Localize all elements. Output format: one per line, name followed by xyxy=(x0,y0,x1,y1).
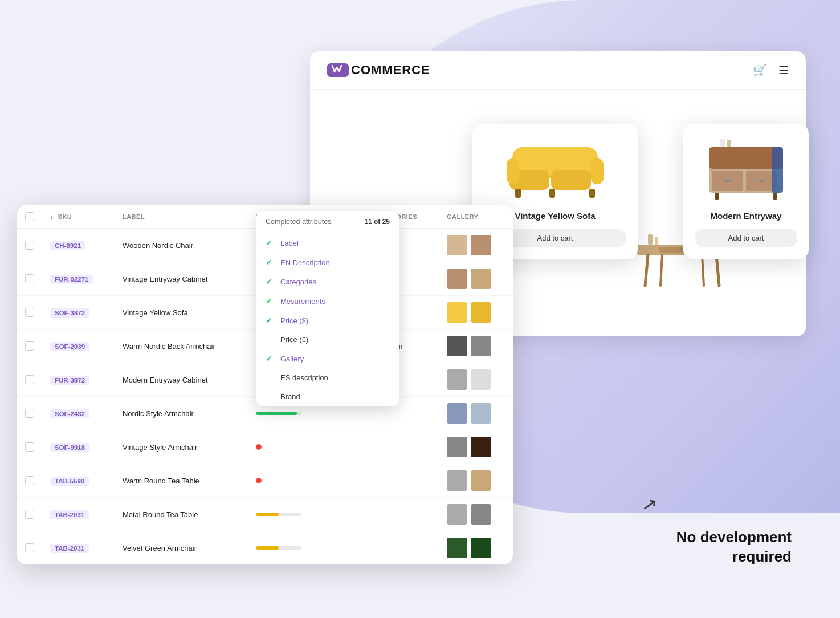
arrow-icon: ↗ xyxy=(641,493,659,517)
row-checkbox-cell xyxy=(17,430,42,464)
status-dot xyxy=(256,444,262,450)
row-gallery xyxy=(439,296,513,330)
gallery-thumb-2 xyxy=(471,336,491,356)
row-gallery xyxy=(439,397,513,430)
progress-bar-fill xyxy=(256,513,279,516)
gallery-thumb-1 xyxy=(447,538,467,558)
gallery-cell xyxy=(447,538,505,558)
row-checkbox[interactable] xyxy=(25,341,34,351)
entryway-add-cart-button[interactable]: Add to cart xyxy=(695,229,797,247)
row-sku: SOF-2432 xyxy=(42,397,115,430)
row-checkbox[interactable] xyxy=(25,510,34,519)
gallery-thumb-2 xyxy=(471,235,491,255)
sku-badge[interactable]: SOF-9918 xyxy=(50,443,89,452)
gallery-cell xyxy=(447,235,505,255)
tooltip-popup: Completed attributes 11 of 25 ✓ Label ✓ … xyxy=(256,211,399,406)
row-checkbox-cell xyxy=(17,330,42,363)
row-sku: FUR-3872 xyxy=(42,363,115,397)
sku-badge[interactable]: FUR-02271 xyxy=(50,275,93,284)
sku-badge[interactable]: SOF-2432 xyxy=(50,409,89,418)
gallery-cell xyxy=(447,269,505,289)
tooltip-item-label: Gallery xyxy=(280,355,304,363)
gallery-thumb-2 xyxy=(471,403,491,424)
progress-bar-wrap xyxy=(256,412,357,415)
row-progress xyxy=(248,531,365,565)
row-checkbox[interactable] xyxy=(25,409,34,418)
header-sku: ↓ SKU xyxy=(42,205,115,229)
check-icon: ✓ xyxy=(266,277,275,286)
row-gallery xyxy=(439,262,513,296)
row-checkbox-cell xyxy=(17,464,42,498)
row-checkbox[interactable] xyxy=(25,241,34,250)
gallery-cell xyxy=(447,302,505,323)
select-all-checkbox[interactable] xyxy=(25,212,34,221)
svg-rect-9 xyxy=(648,234,653,245)
header-gallery: GALLERY xyxy=(439,205,513,229)
tooltip-item: ✓ Categories xyxy=(256,272,399,291)
sort-icon: ↓ xyxy=(50,213,54,220)
row-progress xyxy=(248,430,365,464)
sku-badge[interactable]: SOF-3872 xyxy=(50,308,89,318)
row-checkbox-cell xyxy=(17,229,42,262)
row-checkbox[interactable] xyxy=(25,442,34,452)
entryway-image xyxy=(700,136,792,204)
row-checkbox[interactable] xyxy=(25,375,34,384)
tooltip-item: Price (€) xyxy=(256,330,399,349)
menu-icon[interactable]: ☰ xyxy=(778,63,789,77)
svg-line-12 xyxy=(716,255,719,286)
svg-rect-31 xyxy=(772,147,783,193)
gallery-thumb-1 xyxy=(447,269,467,289)
cart-icon[interactable]: 🛒 xyxy=(753,63,767,77)
check-icon: ✓ xyxy=(266,296,275,306)
progress-bar-fill xyxy=(256,412,297,415)
woo-header-icons: 🛒 ☰ xyxy=(753,63,789,77)
gallery-thumb-1 xyxy=(447,302,467,323)
row-sku: TAB-2031 xyxy=(42,498,115,531)
row-checkbox-cell xyxy=(17,531,42,565)
row-category xyxy=(365,464,439,498)
sku-badge[interactable]: TAB-2031 xyxy=(50,544,89,553)
row-checkbox[interactable] xyxy=(25,543,34,552)
check-icon: ✓ xyxy=(266,238,275,247)
svg-rect-20 xyxy=(515,189,521,198)
gallery-thumb-2 xyxy=(471,504,491,525)
sku-badge[interactable]: FUR-3872 xyxy=(50,376,89,385)
sku-badge[interactable]: SOF-2039 xyxy=(50,342,89,351)
sofa-name: Vintage Yellow Sofa xyxy=(515,211,595,221)
gallery-cell xyxy=(447,369,505,390)
tooltip-header-label: Completed attributes xyxy=(266,218,331,226)
row-checkbox[interactable] xyxy=(25,274,34,283)
sku-badge[interactable]: TAB-2031 xyxy=(50,510,89,519)
row-sku: SOF-3872 xyxy=(42,296,115,330)
check-icon: ✓ xyxy=(266,354,275,363)
entryway-card: Modern Entryway Add to cart xyxy=(683,124,809,259)
row-label: Wooden Nordic Chair xyxy=(115,229,248,262)
row-sku: SOF-9918 xyxy=(42,430,115,464)
row-label: Vintage Style Armchair xyxy=(115,430,248,464)
row-label: Nordic Style Armchair xyxy=(115,397,248,430)
tooltip-items: ✓ Label ✓ EN Description ✓ Categories ✓ … xyxy=(256,233,399,406)
row-label: Velvet Green Armchair xyxy=(115,531,248,565)
woo-header: COMMERCE 🛒 ☰ xyxy=(310,51,806,90)
progress-bar-wrap xyxy=(256,546,357,550)
row-checkbox[interactable] xyxy=(25,308,34,317)
row-checkbox[interactable] xyxy=(25,476,34,485)
tooltip-item-label: Categories xyxy=(280,278,316,286)
gallery-thumb-2 xyxy=(471,302,491,323)
gallery-thumb-2 xyxy=(471,437,491,457)
check-icon: ✓ xyxy=(266,316,275,325)
tooltip-item-label: Mesurements xyxy=(280,297,325,306)
table-row: SOF-9918 Vintage Style Armchair xyxy=(17,430,513,464)
row-gallery xyxy=(439,430,513,464)
sku-badge[interactable]: TAB-5590 xyxy=(50,477,89,486)
row-checkbox-cell xyxy=(17,363,42,397)
row-progress xyxy=(248,498,365,531)
svg-rect-21 xyxy=(589,189,595,198)
svg-rect-30 xyxy=(727,140,731,147)
gallery-cell xyxy=(447,403,505,424)
tooltip-item: Brand xyxy=(256,387,399,406)
row-label: Metal Round Tea Table xyxy=(115,498,248,531)
row-gallery xyxy=(439,363,513,397)
sku-badge[interactable]: CH-8921 xyxy=(50,241,85,250)
sofa-image xyxy=(498,136,612,204)
